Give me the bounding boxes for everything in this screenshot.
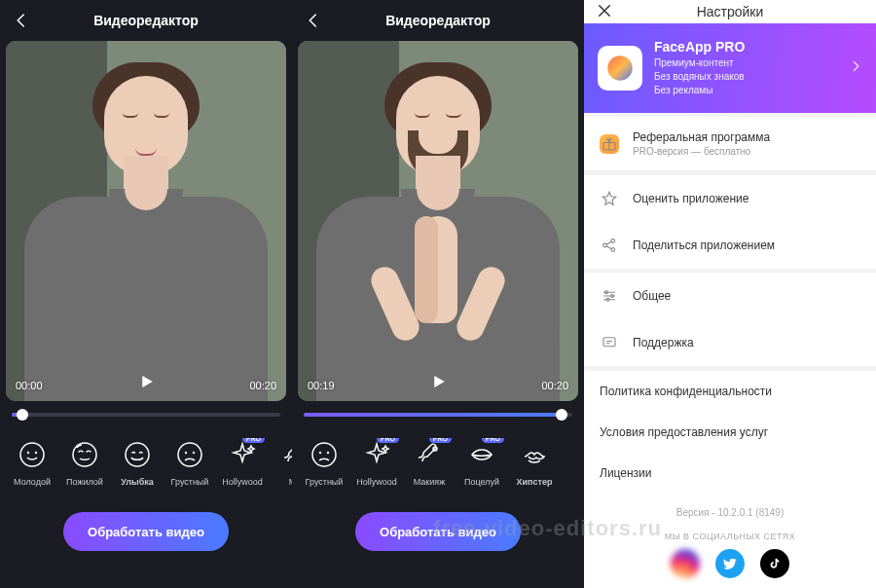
svg-point-15	[603, 243, 607, 247]
face-old-icon	[68, 438, 101, 471]
licenses-row[interactable]: Лицензии	[584, 453, 876, 494]
timeline-slider[interactable]	[304, 413, 572, 417]
svg-point-6	[185, 452, 187, 454]
page-title: Настройки	[615, 4, 845, 19]
svg-rect-21	[603, 338, 615, 347]
share-row[interactable]: Поделиться приложением	[584, 222, 876, 269]
pro-badge: PRO	[377, 438, 399, 443]
row-label: Оценить приложение	[633, 192, 748, 205]
filter-old[interactable]: Пожилой	[60, 438, 109, 487]
video-preview[interactable]: 00:00 00:20	[6, 41, 286, 401]
rate-row[interactable]: Оценить приложение	[584, 175, 876, 222]
pro-badge: PRO	[482, 438, 504, 443]
filter-label: Макияж	[414, 477, 445, 487]
sliders-icon	[600, 286, 619, 306]
time-start: 00:19	[308, 380, 335, 391]
svg-point-5	[178, 443, 201, 466]
header: Видеоредактор	[0, 0, 292, 41]
svg-point-9	[312, 443, 336, 466]
time-end: 00:20	[541, 380, 568, 391]
play-button[interactable]	[424, 368, 452, 395]
general-row[interactable]: Общее	[584, 273, 876, 319]
filter-sad[interactable]: Грустный	[300, 438, 348, 487]
face-smile-icon	[121, 438, 154, 471]
settings-panel: Настройки FaceApp PRO Премиум-контентБез…	[584, 0, 876, 588]
svg-point-10	[319, 452, 321, 454]
referral-row[interactable]: Реферальная программаPRO-версия — беспла…	[584, 117, 876, 170]
process-video-button[interactable]: Обработать видео	[63, 512, 229, 551]
filter-hipster[interactable]: Хипстер	[510, 438, 559, 487]
svg-point-16	[611, 239, 615, 243]
editor-panel-left: Видеоредактор 00:00 00:20 МолодойПожилой…	[0, 0, 292, 588]
svg-point-3	[73, 443, 96, 466]
header: Видеоредактор	[292, 0, 584, 41]
brush-icon	[278, 438, 292, 471]
filter-label: Грустный	[306, 477, 344, 487]
filter-label: Грустный	[171, 477, 209, 487]
pro-badge: PRO	[242, 438, 265, 443]
pro-badge: PRO	[429, 438, 452, 443]
filter-label: Молодой	[14, 477, 51, 487]
social-buttons	[584, 549, 876, 588]
svg-point-1	[27, 452, 29, 454]
page-title: Видеоредактор	[325, 13, 551, 28]
timeline-slider[interactable]	[12, 413, 280, 417]
back-button[interactable]	[302, 9, 325, 32]
faceapp-logo-icon	[598, 46, 642, 91]
process-video-button[interactable]: Обработать видео	[355, 512, 521, 551]
filter-sad[interactable]: Грустный	[165, 438, 214, 487]
header: Настройки	[584, 0, 876, 23]
sparkle-icon	[360, 438, 393, 471]
filter-makeup[interactable]: PROМакияж	[405, 438, 454, 487]
face-sad-icon	[308, 438, 341, 471]
share-icon	[600, 236, 619, 255]
social-header: МЫ В СОЦИАЛЬНЫХ СЕТЯХ	[584, 524, 876, 549]
face-happy-icon	[16, 438, 49, 471]
instagram-icon[interactable]	[671, 549, 700, 578]
close-button[interactable]	[596, 2, 615, 21]
filter-smile[interactable]: Улыбка	[113, 438, 162, 487]
svg-point-0	[20, 443, 44, 466]
gift-icon	[600, 134, 619, 154]
filter-makeup[interactable]: Ма	[271, 438, 292, 487]
filter-label: Hollywood	[356, 477, 397, 487]
filter-label: Поцелуй	[464, 477, 499, 487]
time-start: 00:00	[16, 380, 43, 391]
row-label: Поддержка	[633, 336, 694, 349]
svg-point-7	[193, 452, 195, 454]
svg-point-17	[611, 248, 615, 252]
chevron-right-icon	[849, 59, 862, 77]
back-button[interactable]	[10, 9, 33, 32]
sparkle-icon	[226, 438, 259, 471]
filter-kiss[interactable]: PROПоцелуй	[457, 438, 506, 487]
filter-label: Пожилой	[66, 477, 103, 487]
filter-label: Hollywood	[222, 477, 263, 487]
face-sad-icon	[173, 438, 206, 471]
row-label: Общее	[633, 289, 671, 303]
privacy-row[interactable]: Политика конфиденциальности	[584, 371, 876, 412]
filter-young[interactable]: Молодой	[8, 438, 56, 487]
version-label: Версия - 10.2.0.1 (8149)	[584, 494, 876, 524]
filter-hollywood[interactable]: PROHollywood	[218, 438, 267, 487]
terms-row[interactable]: Условия предоставления услуг	[584, 412, 876, 453]
support-row[interactable]: Поддержка	[584, 319, 876, 366]
page-title: Видеоредактор	[33, 13, 259, 28]
mustache-icon	[518, 438, 551, 471]
svg-point-4	[126, 443, 149, 466]
filter-label: Хипстер	[517, 477, 553, 487]
lips-icon	[465, 438, 498, 471]
filter-strip: ГрустныйPROHollywoodPROМакияжPROПоцелуйХ…	[300, 438, 584, 487]
time-end: 00:20	[249, 380, 276, 391]
svg-point-13	[607, 55, 633, 81]
row-label: Поделиться приложением	[633, 239, 775, 252]
filter-label: Улыбка	[121, 477, 154, 487]
brush-icon	[413, 438, 446, 471]
twitter-icon[interactable]	[715, 549, 745, 578]
row-label: Реферальная программа	[633, 130, 770, 144]
svg-point-2	[35, 452, 37, 454]
filter-hollywood[interactable]: PROHollywood	[352, 438, 401, 487]
video-preview[interactable]: 00:19 00:20	[298, 41, 578, 401]
tiktok-icon[interactable]	[760, 549, 789, 578]
play-button[interactable]	[132, 368, 160, 395]
pro-banner[interactable]: FaceApp PRO Премиум-контентБез водяных з…	[584, 23, 876, 113]
